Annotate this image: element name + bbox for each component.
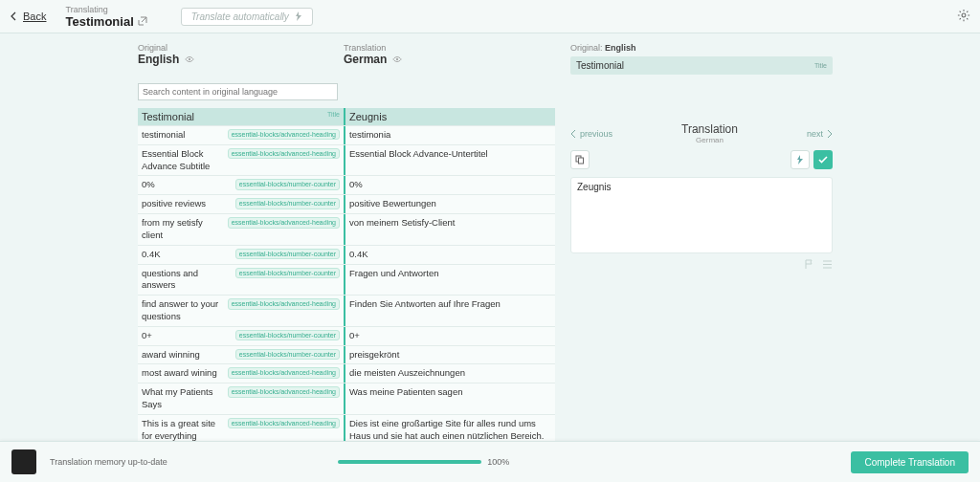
flag-icon[interactable] xyxy=(804,259,814,270)
table-row[interactable]: find answer to your questionsessential-b… xyxy=(138,295,555,326)
arrow-left-icon xyxy=(10,11,19,21)
chevron-right-icon xyxy=(827,130,833,138)
translation-editor[interactable]: Zeugnis xyxy=(570,177,833,253)
row-original-text: 0.4K xyxy=(142,249,235,261)
memory-status: Translation memory up-to-date xyxy=(50,457,167,467)
row-original-text: This is a great site for everything arou… xyxy=(142,418,228,441)
svg-point-1 xyxy=(189,58,190,60)
row-block-badge: essential-blocks/number-counter xyxy=(235,249,340,259)
complete-translation-button[interactable]: Complete Translation xyxy=(851,451,969,473)
row-original-text: from my setisfy client xyxy=(142,217,228,242)
row-block-badge: essential-blocks/number-counter xyxy=(235,198,340,208)
row-translation-text: Fragen und Antworten xyxy=(344,265,555,296)
row-block-badge: essential-blocks/advanced-heading xyxy=(228,217,340,228)
table-row[interactable]: positive reviewsessential-blocks/number-… xyxy=(138,194,555,213)
main-content: Original English Translation German Test xyxy=(0,33,980,441)
eye-icon[interactable] xyxy=(185,55,194,64)
table-row[interactable]: 0.4Kessential-blocks/number-counter0.4K xyxy=(138,245,555,264)
row-translation-text: 0% xyxy=(344,176,555,194)
auto-translate-field-button[interactable] xyxy=(791,150,810,169)
original-language: English xyxy=(138,53,179,66)
table-head-translation: Zeugnis xyxy=(344,108,555,125)
table-row[interactable]: What my Patients Saysessential-blocks/ad… xyxy=(138,383,555,414)
bolt-icon xyxy=(796,155,804,164)
row-translation-text: 0.4K xyxy=(344,246,555,264)
table-row[interactable]: award winningessential-blocks/number-cou… xyxy=(138,345,555,364)
prev-button[interactable]: previous xyxy=(570,129,612,139)
table-row[interactable]: testimonialessential-blocks/advanced-hea… xyxy=(138,125,555,144)
table-row[interactable]: This is a great site for everything arou… xyxy=(138,414,555,441)
row-block-badge: essential-blocks/advanced-heading xyxy=(228,367,340,378)
original-label: Original xyxy=(138,43,344,53)
copy-original-button[interactable] xyxy=(570,150,590,169)
translate-automatically-button[interactable]: Translate automatically xyxy=(181,8,313,26)
external-link-icon[interactable] xyxy=(138,16,147,26)
svg-rect-4 xyxy=(579,158,584,164)
top-bar: Back Translating Testimonial Translate a… xyxy=(0,0,980,33)
chevron-left-icon xyxy=(570,130,576,138)
row-block-badge: essential-blocks/number-counter xyxy=(235,330,340,340)
back-button[interactable]: Back xyxy=(10,11,46,22)
translation-table: Testimonial Title Zeugnis testimonialess… xyxy=(138,108,555,441)
copy-icon xyxy=(575,155,585,164)
auto-translate-label: Translate automatically xyxy=(191,11,289,22)
back-label: Back xyxy=(23,11,46,22)
table-row[interactable]: from my setisfy clientessential-blocks/a… xyxy=(138,213,555,245)
status-bar: Translation memory up-to-date 100% Compl… xyxy=(0,441,980,482)
row-block-badge: essential-blocks/advanced-heading xyxy=(228,129,340,140)
row-original-text: questions and answers xyxy=(142,268,235,293)
table-head-chip: Title xyxy=(327,111,340,118)
row-translation-text: die meisten Auszeichnungen xyxy=(344,364,555,383)
row-original-text: Essential Block Advance Subtitle xyxy=(142,148,228,173)
app-badge xyxy=(11,449,36,474)
table-row[interactable]: 0+essential-blocks/number-counter0+ xyxy=(138,326,555,345)
translation-grid-panel: Original English Translation German Test xyxy=(0,33,555,441)
table-row[interactable]: most award winingessential-blocks/advanc… xyxy=(138,363,555,383)
row-block-badge: essential-blocks/advanced-heading xyxy=(228,298,340,309)
row-original-text: find answer to your questions xyxy=(142,298,228,323)
detail-original-lang: English xyxy=(605,43,636,53)
table-head-original: Testimonial xyxy=(142,111,194,122)
row-original-text: award winning xyxy=(142,349,235,362)
row-block-badge: essential-blocks/advanced-heading xyxy=(228,418,340,428)
table-row[interactable]: questions and answersessential-blocks/nu… xyxy=(138,264,555,296)
row-block-badge: essential-blocks/number-counter xyxy=(235,179,340,189)
row-translation-text: testimonia xyxy=(344,126,555,144)
progress-indicator: 100% xyxy=(338,457,509,467)
progress-percent: 100% xyxy=(487,457,509,467)
eye-icon[interactable] xyxy=(392,55,402,64)
detail-original-row[interactable]: Testimonial Title xyxy=(570,56,833,75)
row-original-text: 0% xyxy=(142,179,235,191)
table-row[interactable]: Essential Block Advance Subtitleessentia… xyxy=(138,144,555,176)
detail-title-chip: Title xyxy=(814,62,827,69)
table-row[interactable]: 0%essential-blocks/number-counter0% xyxy=(138,175,555,194)
gear-icon xyxy=(957,9,970,22)
row-block-badge: essential-blocks/number-counter xyxy=(235,268,340,278)
row-translation-text: Essential Block Advance-Untertitel xyxy=(344,145,555,176)
row-translation-text: von meinem Setisfy-Client xyxy=(344,214,555,245)
page-title: Testimonial xyxy=(65,14,133,29)
search-input[interactable] xyxy=(138,83,338,100)
next-button[interactable]: next xyxy=(807,129,833,139)
svg-point-0 xyxy=(962,13,966,17)
detail-heading: Translation xyxy=(681,122,738,136)
breadcrumb: Translating Testimonial xyxy=(65,5,146,29)
detail-original-prefix: Original: xyxy=(570,43,603,53)
translation-language: German xyxy=(344,53,387,66)
settings-button[interactable] xyxy=(957,9,970,24)
row-translation-text: Dies ist eine großartige Site für alles … xyxy=(344,415,555,441)
row-translation-text: preisgekrönt xyxy=(344,346,555,364)
row-original-text: What my Patients Says xyxy=(142,386,228,411)
svg-point-2 xyxy=(396,58,398,60)
detail-panel: Original: English Testimonial Title prev… xyxy=(555,33,980,441)
translation-label: Translation xyxy=(344,43,555,53)
list-icon[interactable] xyxy=(822,259,833,270)
bolt-icon xyxy=(295,11,302,21)
row-block-badge: essential-blocks/advanced-heading xyxy=(228,386,340,397)
row-translation-text: Was meine Patienten sagen xyxy=(344,383,555,414)
row-original-text: testimonial xyxy=(142,129,228,142)
row-block-badge: essential-blocks/advanced-heading xyxy=(228,148,340,159)
row-original-text: positive reviews xyxy=(142,198,235,210)
confirm-translation-button[interactable] xyxy=(813,150,833,169)
row-original-text: most award wining xyxy=(142,367,228,380)
